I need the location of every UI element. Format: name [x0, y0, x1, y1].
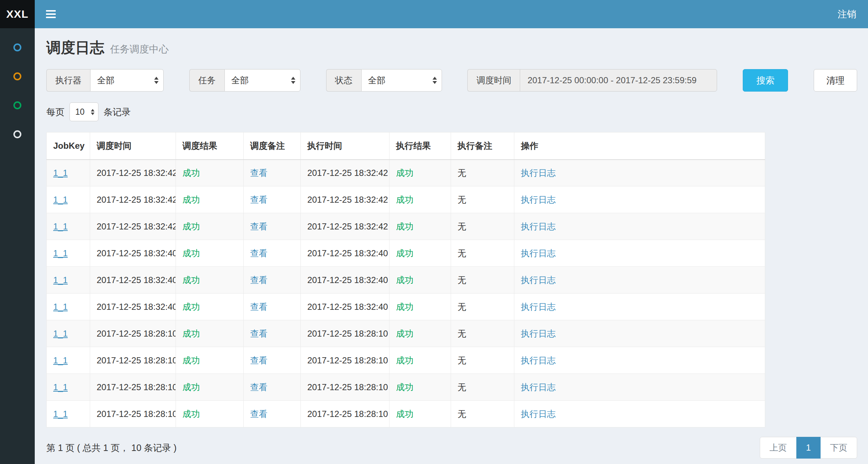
- pagesize-row: 每页 10 条记录: [46, 102, 857, 121]
- jobkey-link[interactable]: 1_1: [53, 168, 68, 178]
- trigger-result-cell: 成功: [182, 275, 200, 285]
- jobkey-link[interactable]: 1_1: [53, 248, 68, 258]
- pagesize-select[interactable]: 10: [69, 102, 98, 121]
- trigger-msg-link[interactable]: 查看: [250, 409, 267, 419]
- exec-log-link[interactable]: 执行日志: [521, 329, 556, 338]
- handle-result-cell: 成功: [396, 409, 413, 419]
- handle-msg-cell: 无: [458, 382, 466, 392]
- jobkey-link[interactable]: 1_1: [53, 222, 68, 231]
- main-content: 调度日志 任务调度中心 执行器 全部 任务 全部 状态 全部 调度时: [35, 28, 868, 459]
- trigger-msg-link[interactable]: 查看: [250, 275, 267, 285]
- menu-circle-green-icon[interactable]: [13, 101, 21, 109]
- trigger-msg-link[interactable]: 查看: [250, 168, 267, 178]
- exec-log-link[interactable]: 执行日志: [521, 382, 556, 392]
- table-cell: 成功: [389, 240, 451, 267]
- table-row: 1_12017-12-25 18:28:10成功查看2017-12-25 18:…: [47, 347, 765, 374]
- table-header-row: JobKey调度时间调度结果调度备注执行时间执行结果执行备注操作: [47, 132, 765, 160]
- status-filter-select[interactable]: 全部: [361, 69, 442, 92]
- menu-circle-blue-icon[interactable]: [13, 43, 21, 51]
- table-cell: 2017-12-25 18:32:42: [301, 213, 389, 240]
- table-cell: 成功: [176, 186, 244, 213]
- jobkey-link[interactable]: 1_1: [53, 409, 68, 419]
- table-cell: 2017-12-25 18:32:42: [90, 213, 176, 240]
- handle-msg-cell: 无: [458, 222, 466, 231]
- trigger-time-cell: 2017-12-25 18:28:10: [97, 409, 176, 419]
- handle-msg-cell: 无: [458, 195, 466, 204]
- table-cell: 2017-12-25 18:32:42: [301, 160, 389, 186]
- table-cell: 成功: [389, 267, 451, 294]
- table-row: 1_12017-12-25 18:28:10成功查看2017-12-25 18:…: [47, 374, 765, 401]
- table-cell: 2017-12-25 18:32:42: [301, 186, 389, 213]
- exec-log-link[interactable]: 执行日志: [521, 275, 556, 285]
- menu-circle-orange-icon[interactable]: [13, 72, 21, 80]
- search-button[interactable]: 搜索: [743, 69, 788, 92]
- trigger-msg-link[interactable]: 查看: [250, 382, 267, 392]
- exec-log-link[interactable]: 执行日志: [521, 355, 556, 365]
- handle-result-cell: 成功: [396, 355, 413, 365]
- table-cell: 无: [451, 213, 514, 240]
- table-row: 1_12017-12-25 18:28:10成功查看2017-12-25 18:…: [47, 401, 765, 427]
- handle-msg-cell: 无: [458, 275, 466, 285]
- trigger-msg-link[interactable]: 查看: [250, 195, 267, 204]
- jobkey-link[interactable]: 1_1: [53, 382, 68, 392]
- navbar: 注销: [35, 0, 868, 28]
- select-arrows-icon: [91, 109, 94, 115]
- trigger-time-cell: 2017-12-25 18:32:42: [97, 168, 176, 178]
- trigger-msg-link[interactable]: 查看: [250, 302, 267, 312]
- table-cell: 1_1: [47, 160, 90, 186]
- logout-link[interactable]: 注销: [838, 8, 856, 21]
- trigger-result-cell: 成功: [182, 355, 200, 365]
- app-logo[interactable]: XXL: [0, 0, 35, 28]
- column-header: 调度结果: [176, 132, 244, 160]
- trigger-msg-link[interactable]: 查看: [250, 355, 267, 365]
- table-cell: 成功: [389, 401, 451, 427]
- table-footer: 第 1 页 ( 总共 1 页， 10 条记录 ) 上页 1 下页: [46, 437, 857, 459]
- exec-log-link[interactable]: 执行日志: [521, 168, 556, 178]
- handle-msg-cell: 无: [458, 329, 466, 338]
- jobkey-link[interactable]: 1_1: [53, 302, 68, 312]
- table-row: 1_12017-12-25 18:32:42成功查看2017-12-25 18:…: [47, 160, 765, 186]
- job-filter-group: 任务 全部: [189, 69, 300, 92]
- trigger-msg-link[interactable]: 查看: [250, 329, 267, 338]
- table-cell: 查看: [244, 267, 301, 294]
- table-cell: 2017-12-25 18:28:10: [301, 374, 389, 401]
- table-cell: 无: [451, 320, 514, 347]
- current-page-button[interactable]: 1: [796, 437, 821, 459]
- table-cell: 查看: [244, 347, 301, 374]
- trigger-msg-link[interactable]: 查看: [250, 222, 267, 231]
- table-cell: 执行日志: [514, 401, 765, 427]
- jobkey-link[interactable]: 1_1: [53, 355, 68, 365]
- trigger-time-filter-label: 调度时间: [467, 69, 520, 92]
- trigger-time-range-input[interactable]: [520, 69, 717, 92]
- menu-circle-white-icon[interactable]: [13, 130, 21, 138]
- jobkey-link[interactable]: 1_1: [53, 329, 68, 338]
- job-filter-select[interactable]: 全部: [224, 69, 300, 92]
- select-arrows-icon: [154, 77, 159, 84]
- jobkey-link[interactable]: 1_1: [53, 275, 68, 285]
- trigger-result-cell: 成功: [182, 302, 200, 312]
- exec-log-link[interactable]: 执行日志: [521, 248, 556, 258]
- handle-time-cell: 2017-12-25 18:28:10: [307, 382, 388, 392]
- table-cell: 2017-12-25 18:28:10: [90, 374, 176, 401]
- handle-result-cell: 成功: [396, 195, 413, 204]
- clear-button[interactable]: 清理: [814, 69, 857, 92]
- sidebar-toggle-button[interactable]: [40, 0, 62, 28]
- jobkey-link[interactable]: 1_1: [53, 195, 68, 204]
- trigger-time-cell: 2017-12-25 18:32:42: [97, 195, 176, 204]
- executor-filter-select[interactable]: 全部: [90, 69, 164, 92]
- table-cell: 1_1: [47, 240, 90, 267]
- table-cell: 查看: [244, 186, 301, 213]
- exec-log-link[interactable]: 执行日志: [521, 222, 556, 231]
- exec-log-link[interactable]: 执行日志: [521, 302, 556, 312]
- exec-log-link[interactable]: 执行日志: [521, 195, 556, 204]
- next-page-button[interactable]: 下页: [820, 437, 857, 459]
- trigger-msg-link[interactable]: 查看: [250, 248, 267, 258]
- pagination: 上页 1 下页: [760, 437, 857, 459]
- hamburger-icon: [46, 10, 56, 12]
- table-cell: 2017-12-25 18:28:10: [90, 320, 176, 347]
- trigger-result-cell: 成功: [182, 382, 200, 392]
- exec-log-link[interactable]: 执行日志: [521, 409, 556, 419]
- column-header: 执行结果: [389, 132, 451, 160]
- prev-page-button[interactable]: 上页: [760, 437, 797, 459]
- handle-time-cell: 2017-12-25 18:32:42: [307, 222, 388, 231]
